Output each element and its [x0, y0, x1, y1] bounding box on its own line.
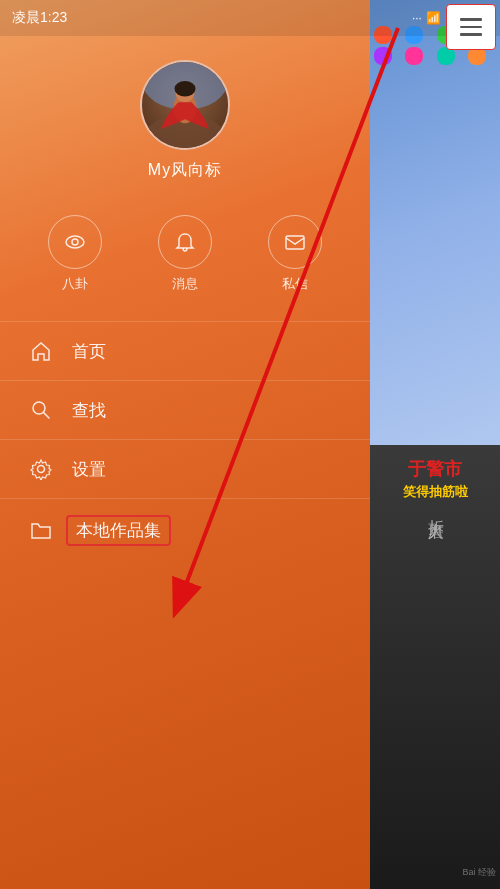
quick-action-dm[interactable]: 私信	[268, 215, 322, 293]
svg-point-6	[66, 236, 84, 248]
local-collection-label: 本地作品集	[66, 515, 171, 546]
thumbnail-top	[370, 0, 500, 445]
dm-label: 私信	[282, 275, 308, 293]
hamburger-button[interactable]	[446, 4, 496, 50]
status-bar: 凌晨1:23 ··· 📶 📶 92%	[0, 0, 500, 36]
settings-label: 设置	[72, 458, 106, 481]
sidebar: My风向标 八卦 消息	[0, 0, 370, 889]
home-label: 首页	[72, 340, 106, 363]
hamburger-icon	[460, 18, 482, 36]
username: My风向标	[148, 160, 222, 181]
wifi-icon: 📶	[426, 11, 441, 25]
menu-list: 首页 查找 设置	[0, 321, 370, 562]
quick-actions: 八卦 消息 私信	[0, 205, 370, 313]
thumbnail-bottom: 于警市 笑得抽筋啦 折磨人	[370, 445, 500, 890]
eye-icon	[48, 215, 102, 269]
mail-icon	[268, 215, 322, 269]
menu-item-home[interactable]: 首页	[0, 321, 370, 380]
baidu-watermark: Bai 经验	[462, 866, 496, 879]
gear-icon	[28, 456, 54, 482]
search-icon	[28, 397, 54, 423]
right-panel: 于警市 笑得抽筋啦 折磨人 Bai 经验	[370, 0, 500, 889]
menu-item-local[interactable]: 本地作品集	[0, 498, 370, 562]
gossip-label: 八卦	[62, 275, 88, 293]
svg-point-5	[174, 81, 195, 96]
search-label: 查找	[72, 399, 106, 422]
thumb-bottom-text: 笑得抽筋啦	[403, 483, 468, 501]
quick-action-messages[interactable]: 消息	[158, 215, 212, 293]
quick-action-gossip[interactable]: 八卦	[48, 215, 102, 293]
menu-item-settings[interactable]: 设置	[0, 439, 370, 498]
status-time: 凌晨1:23	[12, 9, 67, 27]
svg-line-10	[44, 413, 50, 419]
menu-item-search[interactable]: 查找	[0, 380, 370, 439]
svg-point-7	[72, 239, 78, 245]
svg-point-11	[38, 466, 45, 473]
avatar[interactable]	[140, 60, 230, 150]
folder-icon	[28, 518, 54, 544]
home-icon	[28, 338, 54, 364]
messages-label: 消息	[172, 275, 198, 293]
bell-icon	[158, 215, 212, 269]
svg-rect-8	[286, 236, 304, 249]
dots-icon: ···	[412, 11, 422, 25]
